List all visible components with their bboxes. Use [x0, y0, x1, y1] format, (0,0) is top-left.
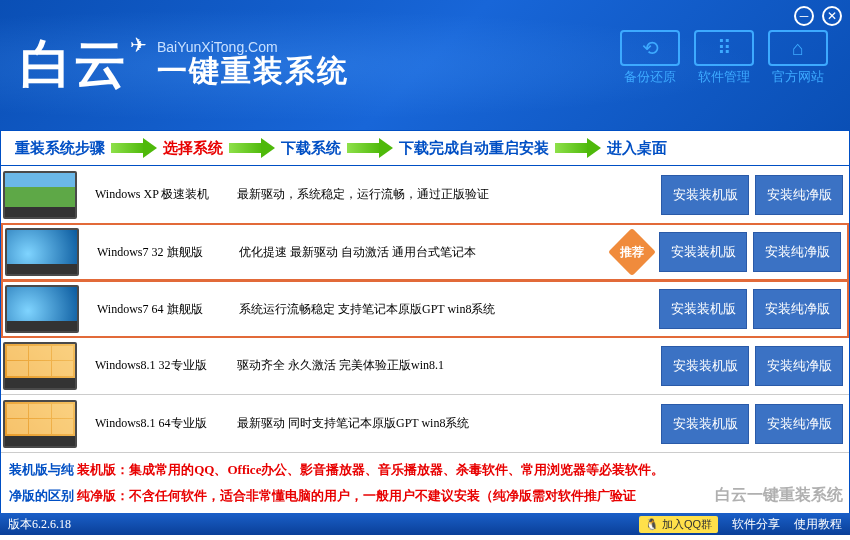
close-button[interactable]: ✕ — [822, 6, 842, 26]
install-button-clean[interactable]: 安装纯净版 — [753, 232, 841, 272]
step-0: 重装系统步骤 — [15, 139, 105, 158]
os-description: 最新驱动 同时支持笔记本原版GPT win8系统 — [237, 415, 661, 432]
top-nav-button-1[interactable]: ⠿软件管理 — [690, 30, 758, 86]
os-name: Windows XP 极速装机 — [95, 186, 237, 203]
install-button-full[interactable]: 安装装机版 — [661, 346, 749, 386]
os-name: Windows7 64 旗舰版 — [97, 301, 239, 318]
os-name: Windows7 32 旗舰版 — [97, 244, 239, 261]
os-row: Windows8.1 64专业版 最新驱动 同时支持笔记本原版GPT win8系… — [1, 395, 849, 453]
qq-group-button[interactable]: 加入QQ群 — [639, 516, 718, 533]
os-description: 系统运行流畅稳定 支持笔记本原版GPT win8系统 — [239, 301, 659, 318]
bird-icon: ✈ — [130, 33, 147, 57]
os-row: Windows7 64 旗舰版 系统运行流畅稳定 支持笔记本原版GPT win8… — [1, 280, 849, 338]
steps-bar: 重装系统步骤选择系统下载系统下载完成自动重启安装进入桌面 — [0, 130, 850, 166]
os-thumbnail — [3, 400, 77, 448]
version-notes: 装机版与纯 装机版：集成常用的QQ、Office办公、影音播放器、音乐播放器、杀… — [0, 453, 850, 513]
note-text-1: 装机版：集成常用的QQ、Office办公、影音播放器、音乐播放器、杀毒软件、常用… — [77, 462, 664, 477]
top-nav-label: 软件管理 — [698, 68, 750, 86]
note-label-2: 净版的区别 — [9, 488, 74, 503]
note-text-2: 纯净版：不含任何软件，适合非常懂电脑的用户，一般用户不建议安装（纯净版需对软件推… — [77, 488, 636, 503]
install-button-full[interactable]: 安装装机版 — [661, 404, 749, 444]
os-thumbnail — [3, 171, 77, 219]
step-1: 选择系统 — [163, 139, 223, 158]
install-button-full[interactable]: 安装装机版 — [659, 289, 747, 329]
os-row: Windows XP 极速装机 最新驱动，系统稳定，运行流畅，通过正版验证 安装… — [1, 166, 849, 224]
install-button-clean[interactable]: 安装纯净版 — [755, 346, 843, 386]
step-2: 下载系统 — [281, 139, 341, 158]
step-arrow-icon — [229, 139, 275, 157]
os-row: Windows8.1 32专业版 驱动齐全 永久激活 完美体验正版win8.1 … — [1, 337, 849, 395]
minimize-button[interactable]: ─ — [794, 6, 814, 26]
logo: 白云 ✈ BaiYunXiTong.Com 一键重装系统 — [20, 30, 349, 100]
install-button-full[interactable]: 安装装机版 — [659, 232, 747, 272]
logo-text-secondary: 一键重装系统 — [157, 51, 349, 92]
install-button-clean[interactable]: 安装纯净版 — [753, 289, 841, 329]
os-description: 优化提速 最新驱动 自动激活 通用台式笔记本 — [239, 244, 659, 261]
top-nav-label: 备份还原 — [624, 68, 676, 86]
os-description: 最新驱动，系统稳定，运行流畅，通过正版验证 — [237, 186, 661, 203]
step-arrow-icon — [555, 139, 601, 157]
os-thumbnail — [5, 285, 79, 333]
install-button-clean[interactable]: 安装纯净版 — [755, 175, 843, 215]
note-label-1: 装机版与纯 — [9, 462, 74, 477]
top-nav-button-0[interactable]: ⟲备份还原 — [616, 30, 684, 86]
statusbar-link-tutorial[interactable]: 使用教程 — [794, 516, 842, 533]
top-nav-icon: ⌂ — [768, 30, 828, 66]
logo-text-primary: 白云 — [20, 30, 128, 100]
install-button-clean[interactable]: 安装纯净版 — [755, 404, 843, 444]
step-4: 进入桌面 — [607, 139, 667, 158]
os-list: Windows XP 极速装机 最新驱动，系统稳定，运行流畅，通过正版验证 安装… — [0, 166, 850, 453]
os-thumbnail — [5, 228, 79, 276]
top-nav-label: 官方网站 — [772, 68, 824, 86]
recommend-badge: 推荐 — [608, 228, 656, 276]
step-arrow-icon — [347, 139, 393, 157]
version-label: 版本6.2.6.18 — [8, 516, 71, 533]
top-nav-icon: ⠿ — [694, 30, 754, 66]
top-nav-icon: ⟲ — [620, 30, 680, 66]
install-button-full[interactable]: 安装装机版 — [661, 175, 749, 215]
status-bar: 版本6.2.6.18 加入QQ群 软件分享 使用教程 — [0, 513, 850, 535]
watermark: 白云一键重装系统 — [715, 479, 843, 511]
step-arrow-icon — [111, 139, 157, 157]
os-name: Windows8.1 32专业版 — [95, 357, 237, 374]
top-nav-button-2[interactable]: ⌂官方网站 — [764, 30, 832, 86]
os-thumbnail — [3, 342, 77, 390]
os-description: 驱动齐全 永久激活 完美体验正版win8.1 — [237, 357, 661, 374]
os-row: Windows7 32 旗舰版 优化提速 最新驱动 自动激活 通用台式笔记本 推… — [1, 223, 849, 281]
step-3: 下载完成自动重启安装 — [399, 139, 549, 158]
app-header: ─ ✕ 白云 ✈ BaiYunXiTong.Com 一键重装系统 ⟲备份还原⠿软… — [0, 0, 850, 130]
statusbar-link-share[interactable]: 软件分享 — [732, 516, 780, 533]
os-name: Windows8.1 64专业版 — [95, 415, 237, 432]
